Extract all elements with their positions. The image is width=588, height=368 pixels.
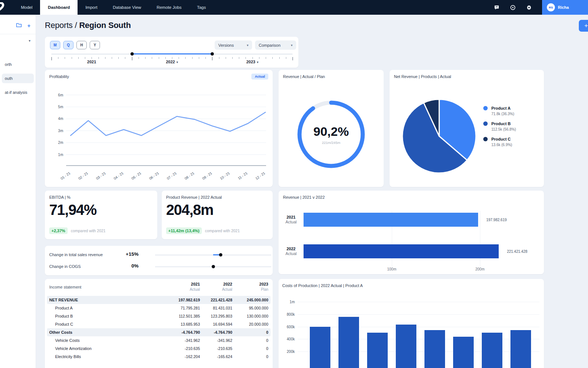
column-header-2023: 2023Plan <box>235 282 268 291</box>
slider-handle-start[interactable] <box>130 52 134 56</box>
help-icon[interactable] <box>510 4 516 10</box>
svg-text:1m: 1m <box>58 153 63 157</box>
legend-dot <box>483 137 488 141</box>
sidebar-toolbar: + <box>0 15 36 34</box>
row-label: NET REVENUE <box>47 298 168 302</box>
kpi-delta: +11,42m (13,4%) compared with 2021 <box>166 227 240 234</box>
table-row[interactable]: Vehicle Amortization-210.635-210.6350 <box>47 344 270 353</box>
column-year: 2022 <box>199 282 232 286</box>
chevron-down-icon[interactable]: ▾ <box>29 39 31 43</box>
granularity-h-button[interactable]: H <box>76 41 87 49</box>
granularity-q-button[interactable]: Q <box>63 41 74 49</box>
timeline-tick <box>145 57 146 59</box>
slider-handle[interactable] <box>212 265 215 268</box>
slider-track[interactable] <box>155 266 271 267</box>
sidebar-item[interactable]: outh <box>2 74 34 83</box>
timeline-tick <box>98 57 99 59</box>
year-label-2023[interactable]: 2023▾ <box>246 60 258 64</box>
granularity-m-button[interactable]: M <box>50 41 60 49</box>
delta-note: compared with 2021 <box>71 229 106 233</box>
row-value: 95.000.000 <box>232 306 270 310</box>
timeline-tick <box>165 57 166 59</box>
year-label-2021: 2021 <box>87 60 96 64</box>
sidebar-item[interactable]: orth <box>2 60 34 69</box>
chat-icon[interactable] <box>494 4 499 10</box>
revenue-compare-card: Revenue | 2021 v 2022 100m200m2021Actual… <box>279 191 544 274</box>
bar-category-label: 2021Actual <box>282 215 301 224</box>
user-menu[interactable]: RS Richa <box>542 0 588 15</box>
row-label: Other Costs <box>47 330 168 335</box>
table-row[interactable]: Product C13.685.95316.694.59420.000.000 <box>47 320 270 328</box>
app-root: ModelDashboardImportDatabase ViewRemote … <box>0 0 588 368</box>
sidebar-item[interactable]: at-if analysis <box>2 88 34 97</box>
avatar: RS <box>547 3 555 11</box>
tab-import[interactable]: Import <box>78 0 105 15</box>
legend-row: Product A <box>483 106 516 110</box>
timeline-tick <box>112 57 112 59</box>
time-range-slider[interactable]: 20212022▾2023▾ <box>51 52 293 66</box>
row-label: Vehicle Amortization <box>47 346 168 351</box>
tab-tags[interactable]: Tags <box>189 0 214 15</box>
granularity-y-button[interactable]: Y <box>90 41 100 49</box>
bar-value-label: 197.982.619 <box>486 218 507 222</box>
column-series: Actual <box>199 287 232 291</box>
timeline-tick <box>159 57 159 59</box>
sidebar-section: ▾ <box>0 34 36 43</box>
slider-handle[interactable] <box>219 253 222 256</box>
tab-dashboard[interactable]: Dashboard <box>40 0 78 15</box>
settings-icon[interactable] <box>526 4 532 10</box>
slider-track[interactable] <box>155 255 271 255</box>
versions-select[interactable]: Versions▾ <box>215 40 252 50</box>
svg-text:4m: 4m <box>58 117 63 121</box>
comparison-select[interactable]: Comparison▾ <box>255 40 296 50</box>
timeline-tick <box>205 57 206 59</box>
year-label-2022[interactable]: 2022▾ <box>166 60 178 64</box>
tab-remote-jobs[interactable]: Remote Jobs <box>149 0 189 15</box>
add-icon[interactable]: + <box>27 23 31 28</box>
timeline-tick <box>293 57 293 60</box>
bar-category-label: 2022Actual <box>282 247 301 256</box>
row-value: 0 <box>232 354 270 359</box>
chevron-down-icon[interactable]: ▾ <box>257 60 259 64</box>
row-label: Product C <box>47 322 168 326</box>
tab-database-view[interactable]: Database View <box>105 0 149 15</box>
card-title: Revenue | 2021 v 2022 <box>283 195 325 199</box>
table-row[interactable]: Electricity Bills-162.204-165.6240 <box>47 353 270 361</box>
add-widget-button[interactable]: + <box>579 20 588 32</box>
x-tick-label: 200m <box>475 267 484 271</box>
kpi-value: 71,94% <box>49 202 96 218</box>
column-header-2022: 2022Actual <box>199 282 232 291</box>
timeline-tick <box>72 57 72 59</box>
folder-icon[interactable] <box>16 22 22 29</box>
timeline-tick <box>239 57 239 59</box>
table-row[interactable]: Product A71.795.28181.431.03195.000.000 <box>47 304 270 312</box>
timeline-tick <box>92 57 92 59</box>
row-value: -4.764.790 <box>200 330 232 335</box>
table-row[interactable]: NET REVENUE197.982.619221.421.428245.000… <box>47 296 270 304</box>
table-row[interactable]: Product B112.501.385123.295.803130.000.0… <box>47 312 270 320</box>
timeline-tick <box>185 57 186 59</box>
table-row[interactable]: Other Costs-4.764.790-4.764.7900 <box>47 328 270 336</box>
tab-model[interactable]: Model <box>13 0 40 15</box>
column-year: 2021 <box>167 282 200 286</box>
card-title: Revenue | Actual / Plan <box>283 74 325 79</box>
navbar-tabs: ModelDashboardImportDatabase ViewRemote … <box>13 0 214 15</box>
chevron-down-icon[interactable]: ▾ <box>176 60 178 64</box>
row-value: 20.000.000 <box>232 322 270 326</box>
delta-badge: +11,42m (13,4%) <box>166 227 202 234</box>
slider-handle-end[interactable] <box>211 52 214 56</box>
y-gridline <box>298 351 539 352</box>
kpi-delta: +2,37% compared with 2021 <box>49 227 105 234</box>
card-title: Product Revenue | 2022 Actual <box>166 195 222 199</box>
legend-value: 112.5k (56.8%) <box>491 127 516 131</box>
svg-text:11 - 21: 11 - 21 <box>237 171 248 181</box>
timeline-tick <box>139 57 139 59</box>
svg-text:05 - 21: 05 - 21 <box>130 171 142 181</box>
timeline-tick <box>85 57 85 59</box>
timeline-tick <box>199 57 199 59</box>
bar-value-label: 221.421.428 <box>507 250 527 254</box>
svg-text:12 - 21: 12 - 21 <box>255 171 266 181</box>
table-row[interactable]: Vehicle Costs-341.962-341.9620 <box>47 336 270 344</box>
timeline-tick <box>272 57 273 59</box>
cost-bar <box>367 333 388 368</box>
